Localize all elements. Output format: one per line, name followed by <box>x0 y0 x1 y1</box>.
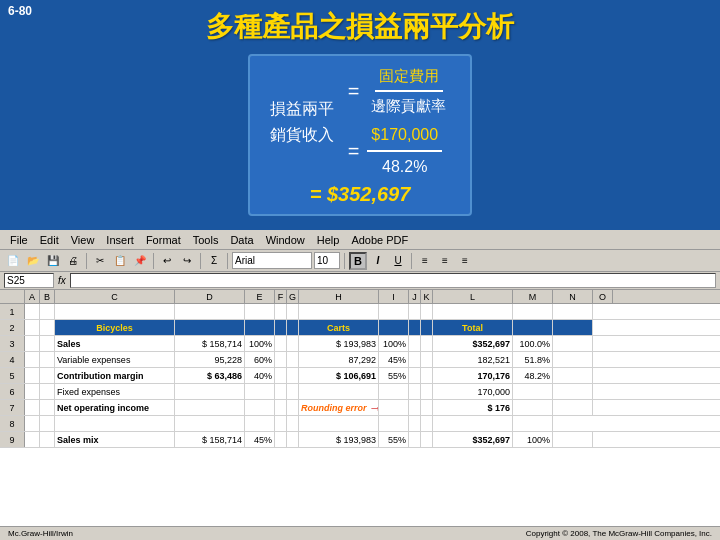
redo-button[interactable]: ↪ <box>178 252 196 270</box>
cut-button[interactable]: ✂ <box>91 252 109 270</box>
cell-4e[interactable]: 60% <box>245 352 275 367</box>
cell-6m[interactable] <box>513 384 553 399</box>
cell-5j[interactable] <box>409 368 421 383</box>
cell-9g[interactable] <box>287 432 299 447</box>
cell-9b[interactable] <box>40 432 55 447</box>
cell-5e[interactable]: 40% <box>245 368 275 383</box>
cell-7h-rounding[interactable]: Rounding error → <box>299 400 379 415</box>
cell-3k[interactable] <box>421 336 433 351</box>
cell-4n[interactable] <box>553 352 593 367</box>
cell-3n[interactable] <box>553 336 593 351</box>
cell-7d[interactable] <box>175 400 245 415</box>
cell-3e[interactable]: 100% <box>245 336 275 351</box>
bold-button[interactable]: B <box>349 252 367 270</box>
cell-7i[interactable] <box>379 400 409 415</box>
cell-7m[interactable] <box>513 400 553 415</box>
cell-7n[interactable] <box>553 400 593 415</box>
new-button[interactable]: 📄 <box>4 252 22 270</box>
cell-9j[interactable] <box>409 432 421 447</box>
cell-4g[interactable] <box>287 352 299 367</box>
menu-insert[interactable]: Insert <box>100 233 140 247</box>
cell-7c-netop[interactable]: Net operating income <box>55 400 175 415</box>
cell-8l[interactable] <box>433 416 513 431</box>
cell-3d[interactable]: $ 158,714 <box>175 336 245 351</box>
cell-4j[interactable] <box>409 352 421 367</box>
cell-2f[interactable] <box>275 320 287 335</box>
cell-5l[interactable]: 170,176 <box>433 368 513 383</box>
cell-reference-box[interactable]: S25 <box>4 273 54 288</box>
cell-2n[interactable] <box>553 320 593 335</box>
cell-7j[interactable] <box>409 400 421 415</box>
cell-8f[interactable] <box>275 416 287 431</box>
cell-5n[interactable] <box>553 368 593 383</box>
cell-1a[interactable] <box>25 304 40 319</box>
save-button[interactable]: 💾 <box>44 252 62 270</box>
cell-2i[interactable] <box>379 320 409 335</box>
cell-1d[interactable] <box>175 304 245 319</box>
cell-9a[interactable] <box>25 432 40 447</box>
cell-1c[interactable] <box>55 304 175 319</box>
menu-view[interactable]: View <box>65 233 101 247</box>
cell-6k[interactable] <box>421 384 433 399</box>
cell-9l[interactable]: $352,697 <box>433 432 513 447</box>
menu-file[interactable]: File <box>4 233 34 247</box>
cell-5i[interactable]: 55% <box>379 368 409 383</box>
open-button[interactable]: 📂 <box>24 252 42 270</box>
cell-3a[interactable] <box>25 336 40 351</box>
cell-5d[interactable]: $ 63,486 <box>175 368 245 383</box>
cell-4l[interactable]: 182,521 <box>433 352 513 367</box>
cell-4m[interactable]: 51.8% <box>513 352 553 367</box>
align-left-button[interactable]: ≡ <box>416 252 434 270</box>
cell-5h[interactable]: $ 106,691 <box>299 368 379 383</box>
cell-3l[interactable]: $352,697 <box>433 336 513 351</box>
menu-adobe[interactable]: Adobe PDF <box>345 233 414 247</box>
cell-3h[interactable]: $ 193,983 <box>299 336 379 351</box>
cell-5g[interactable] <box>287 368 299 383</box>
cell-6a[interactable] <box>25 384 40 399</box>
cell-6l[interactable]: 170,000 <box>433 384 513 399</box>
sum-button[interactable]: Σ <box>205 252 223 270</box>
cell-1l[interactable] <box>433 304 513 319</box>
cell-9m[interactable]: 100% <box>513 432 553 447</box>
cell-8j[interactable] <box>409 416 421 431</box>
underline-button[interactable]: U <box>389 252 407 270</box>
cell-2j[interactable] <box>409 320 421 335</box>
cell-1m[interactable] <box>513 304 553 319</box>
cell-8m[interactable] <box>513 416 553 431</box>
font-size-box[interactable]: 10 <box>314 252 340 269</box>
cell-9h[interactable]: $ 193,983 <box>299 432 379 447</box>
cell-7e[interactable] <box>245 400 275 415</box>
cell-3f[interactable] <box>275 336 287 351</box>
cell-4i[interactable]: 45% <box>379 352 409 367</box>
menu-data[interactable]: Data <box>224 233 259 247</box>
cell-8e[interactable] <box>245 416 275 431</box>
align-right-button[interactable]: ≡ <box>456 252 474 270</box>
cell-5m[interactable]: 48.2% <box>513 368 553 383</box>
cell-8b[interactable] <box>40 416 55 431</box>
cell-6h[interactable] <box>299 384 379 399</box>
font-name-box[interactable]: Arial <box>232 252 312 269</box>
cell-3c-sales[interactable]: Sales <box>55 336 175 351</box>
cell-8a[interactable] <box>25 416 40 431</box>
cell-9f[interactable] <box>275 432 287 447</box>
cell-7a[interactable] <box>25 400 40 415</box>
cell-1b[interactable] <box>40 304 55 319</box>
cell-2h[interactable]: Carts <box>299 320 379 335</box>
cell-1j[interactable] <box>409 304 421 319</box>
paste-button[interactable]: 📌 <box>131 252 149 270</box>
cell-9n[interactable] <box>553 432 593 447</box>
cell-5c-contrib[interactable]: Contribution margin <box>55 368 175 383</box>
cell-9d[interactable]: $ 158,714 <box>175 432 245 447</box>
cell-4a[interactable] <box>25 352 40 367</box>
cell-9e[interactable]: 45% <box>245 432 275 447</box>
cell-1n[interactable] <box>553 304 593 319</box>
cell-4d[interactable]: 95,228 <box>175 352 245 367</box>
menu-help[interactable]: Help <box>311 233 346 247</box>
menu-format[interactable]: Format <box>140 233 187 247</box>
cell-2g[interactable] <box>287 320 299 335</box>
cell-6i[interactable] <box>379 384 409 399</box>
cell-2e[interactable] <box>245 320 275 335</box>
cell-6j[interactable] <box>409 384 421 399</box>
formula-input[interactable] <box>70 273 716 288</box>
cell-6b[interactable] <box>40 384 55 399</box>
